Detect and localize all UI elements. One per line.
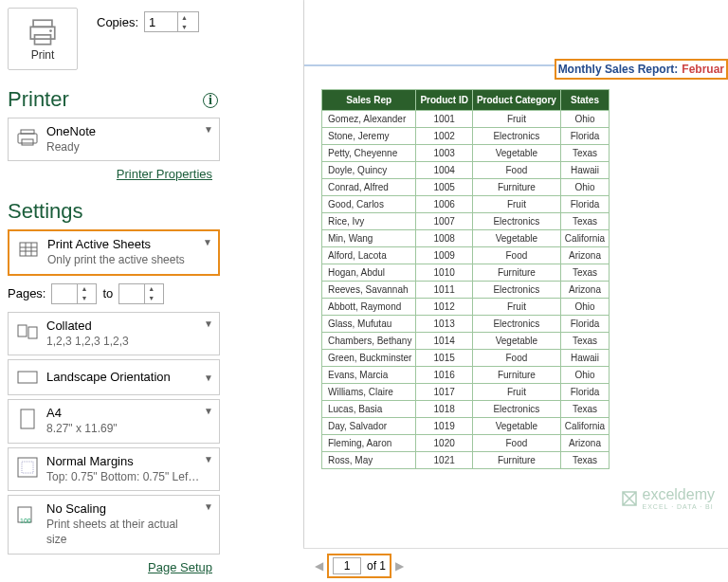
margins-title: Normal Margins xyxy=(46,454,200,470)
table-cell: 1008 xyxy=(416,230,473,247)
table-cell: Arizona xyxy=(560,435,609,452)
paper-title: A4 xyxy=(46,406,200,422)
page-current-input[interactable] xyxy=(333,557,361,574)
svg-rect-5 xyxy=(21,130,34,134)
table-header: Sales Rep xyxy=(322,90,416,111)
print-what-title: Print Active Sheets xyxy=(47,237,199,253)
table-cell: Electronics xyxy=(472,316,560,333)
print-label: Print xyxy=(31,48,55,62)
chevron-down-icon: ▼ xyxy=(204,318,213,329)
preview-page: Monthly Sales Report: Februar Sales RepP… xyxy=(304,0,728,548)
table-cell: 1009 xyxy=(416,247,473,264)
print-what-select[interactable]: Print Active SheetsOnly print the active… xyxy=(8,229,220,275)
printer-select[interactable]: OneNoteReady ▼ xyxy=(8,118,220,161)
table-cell: Williams, Claire xyxy=(322,384,416,401)
table-cell: 1019 xyxy=(416,418,473,435)
table-cell: Vegetable xyxy=(472,333,560,350)
table-cell: Gomez, Alexander xyxy=(322,111,416,128)
table-cell: 1011 xyxy=(416,282,473,299)
svg-rect-12 xyxy=(18,325,27,336)
table-cell: Texas xyxy=(560,145,609,162)
copies-input[interactable] xyxy=(145,15,177,29)
pages-to-label: to xyxy=(102,286,113,300)
page-of-label: of 1 xyxy=(367,559,386,573)
table-cell: 1020 xyxy=(416,435,473,452)
pages-from-input[interactable] xyxy=(52,286,77,300)
margins-select[interactable]: Normal MarginsTop: 0.75" Bottom: 0.75" L… xyxy=(8,447,220,491)
table-cell: Ross, May xyxy=(322,452,416,469)
table-cell: 1018 xyxy=(416,401,473,418)
collation-sub: 1,2,3 1,2,3 1,2,3 xyxy=(46,335,200,350)
table-cell: Conrad, Alfred xyxy=(322,179,416,196)
table-cell: Arizona xyxy=(560,247,609,264)
printer-device-icon xyxy=(14,124,41,151)
chevron-down-icon: ▼ xyxy=(203,237,212,247)
info-icon[interactable]: i xyxy=(203,93,218,108)
table-cell: Food xyxy=(472,162,560,179)
table-cell: Vegetable xyxy=(472,230,560,247)
table-row: Good, Carlos1006FruitFlorida xyxy=(322,196,610,213)
table-cell: Florida xyxy=(560,384,609,401)
orientation-select[interactable]: Landscape Orientation ▼ xyxy=(8,359,220,395)
copies-up[interactable]: ▲ xyxy=(178,12,191,22)
table-cell: Doyle, Quincy xyxy=(322,162,416,179)
chevron-down-icon: ▼ xyxy=(204,373,213,383)
pages-to-spinner[interactable]: ▲▼ xyxy=(118,283,164,304)
pages-from-spinner[interactable]: ▲▼ xyxy=(51,283,97,304)
table-cell: Texas xyxy=(560,264,609,282)
table-cell: Food xyxy=(472,247,560,264)
table-cell: California xyxy=(560,418,609,435)
copies-label: Copies: xyxy=(97,15,138,29)
table-cell: Evans, Marcia xyxy=(322,367,416,384)
table-row: Fleming, Aaron1020FoodArizona xyxy=(322,435,610,452)
scaling-select[interactable]: 100 No ScalingPrint sheets at their actu… xyxy=(8,495,220,554)
svg-rect-6 xyxy=(22,139,33,145)
svg-rect-0 xyxy=(33,20,52,27)
table-cell: Texas xyxy=(560,401,609,418)
orientation-label: Landscape Orientation xyxy=(46,370,200,386)
table-cell: 1021 xyxy=(416,452,473,469)
pages-to-input[interactable] xyxy=(119,286,144,300)
copies-down[interactable]: ▼ xyxy=(178,22,191,31)
table-cell: Chambers, Bethany xyxy=(322,333,416,350)
table-cell: Min, Wang xyxy=(322,230,416,247)
table-cell: 1002 xyxy=(416,128,473,145)
table-row: Min, Wang1008VegetableCalifornia xyxy=(322,230,610,247)
report-title: Monthly Sales Report: xyxy=(558,63,679,76)
copies-spinner[interactable]: ▲▼ xyxy=(144,11,199,32)
table-row: Abbott, Raymond1012FruitOhio xyxy=(322,299,610,316)
printer-properties-link[interactable]: Printer Properties xyxy=(117,167,212,181)
scaling-icon: 100 xyxy=(14,501,41,528)
table-cell: Green, Buckminster xyxy=(322,350,416,367)
table-cell: 1005 xyxy=(416,179,473,196)
table-cell: Day, Salvador xyxy=(322,418,416,435)
page-indicator-highlight: of 1 xyxy=(327,554,391,578)
table-cell: 1013 xyxy=(416,316,473,333)
page-prev-button[interactable]: ◀ xyxy=(315,559,323,573)
sheets-icon xyxy=(15,237,42,264)
table-cell: Arizona xyxy=(560,282,609,299)
data-table: Sales RepProduct IDProduct CategoryState… xyxy=(321,89,610,469)
watermark: exceldemyEXCEL · DATA · BI xyxy=(620,486,715,510)
paper-select[interactable]: A48.27" x 11.69" ▼ xyxy=(8,399,220,443)
chevron-down-icon: ▼ xyxy=(204,454,213,464)
print-button[interactable]: Print xyxy=(8,8,78,70)
table-cell: Ohio xyxy=(560,367,609,384)
table-row: Green, Buckminster1015FoodHawaii xyxy=(322,350,610,367)
table-cell: Electronics xyxy=(472,282,560,299)
page-setup-link[interactable]: Page Setup xyxy=(148,560,212,574)
landscape-icon xyxy=(14,364,41,391)
collation-select[interactable]: Collated1,2,3 1,2,3 1,2,3 ▼ xyxy=(8,312,220,355)
table-row: Gomez, Alexander1001FruitOhio xyxy=(322,111,610,128)
table-cell: 1017 xyxy=(416,384,473,401)
page-next-button[interactable]: ▶ xyxy=(395,559,404,573)
table-cell: Texas xyxy=(560,452,609,469)
table-cell: 1001 xyxy=(416,111,473,128)
table-cell: 1010 xyxy=(416,264,473,282)
table-cell: Fruit xyxy=(472,196,560,213)
watermark-icon xyxy=(620,489,639,508)
table-cell: Reeves, Savannah xyxy=(322,282,416,299)
report-title-highlight: Monthly Sales Report: Februar xyxy=(555,59,728,80)
collated-icon xyxy=(14,318,41,345)
table-cell: Fruit xyxy=(472,111,560,128)
